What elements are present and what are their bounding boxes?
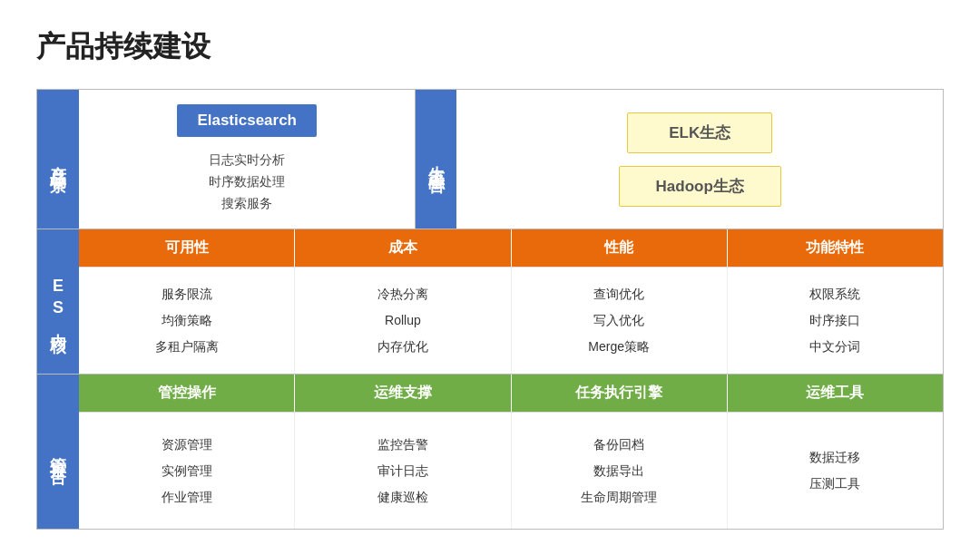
mgmt-header-ops: 管控操作 — [79, 375, 295, 412]
list-item: 时序接口 — [809, 309, 860, 332]
list-item: 写入优化 — [593, 309, 644, 332]
list-item: 均衡策略 — [162, 309, 212, 332]
row-product-scene: 产品场景 Elasticsearch 日志实时分析 时序数据处理 搜索服务 生态… — [37, 90, 943, 229]
core-content: 可用性 成本 性能 功能特性 服务限流 均衡策略 多租户隔离 冷热分离 Roll… — [79, 229, 943, 374]
product-content: Elasticsearch 日志实时分析 时序数据处理 搜索服务 生态融合 EL… — [79, 90, 943, 229]
row-es-core: ES内核 可用性 成本 性能 功能特性 服务限流 均衡策略 多租户隔离 冷热分离… — [37, 229, 943, 375]
mgmt-header-task: 任务执行引擎 — [512, 375, 728, 412]
list-item: 内存优化 — [377, 336, 428, 358]
list-item: 审计日志 — [377, 460, 428, 482]
side-label-core: ES内核 — [37, 229, 79, 374]
list-item: 作业管理 — [162, 486, 212, 509]
mgmt-content: 管控操作 运维支撑 任务执行引擎 运维工具 资源管理 实例管理 作业管理 监控告… — [79, 375, 943, 529]
list-item: 中文分词 — [809, 336, 860, 358]
list-item: 数据导出 — [593, 460, 644, 482]
core-col-2: 查询优化 写入优化 Merge策略 — [512, 268, 728, 374]
core-header-performance: 性能 — [512, 229, 728, 267]
mgmt-col-0: 资源管理 实例管理 作业管理 — [79, 413, 295, 529]
mgmt-col-2: 备份回档 数据导出 生命周期管理 — [512, 413, 728, 529]
list-item: 服务限流 — [162, 283, 212, 306]
page-title: 产品持续建设 — [36, 27, 944, 67]
core-col-3: 权限系统 时序接口 中文分词 — [728, 268, 943, 374]
list-item: 数据迁移 — [809, 446, 860, 469]
core-header: 可用性 成本 性能 功能特性 — [79, 229, 943, 268]
core-col-1: 冷热分离 Rollup 内存优化 — [295, 268, 511, 374]
core-header-availability: 可用性 — [79, 229, 295, 267]
eco-content: ELK生态 Hadoop生态 — [456, 90, 943, 229]
core-header-features: 功能特性 — [728, 229, 943, 267]
side-label-mgmt: 管控平台 — [37, 375, 79, 529]
list-item: 冷热分离 — [377, 283, 428, 306]
list-item: 多租户隔离 — [155, 336, 219, 358]
list-item: Rollup — [385, 309, 421, 332]
core-header-cost: 成本 — [295, 229, 511, 267]
list-item: 备份回档 — [593, 433, 644, 456]
list-item: 压测工具 — [809, 472, 860, 495]
list-item: 健康巡检 — [377, 486, 428, 509]
side-label-eco: 生态融合 — [415, 90, 456, 229]
elasticsearch-badge: Elasticsearch — [177, 104, 317, 137]
list-item: 查询优化 — [593, 283, 644, 306]
row-mgmt: 管控平台 管控操作 运维支撑 任务执行引擎 运维工具 资源管理 实例管理 作业管… — [37, 375, 943, 529]
list-item: 实例管理 — [162, 460, 212, 482]
product-sub-items: 日志实时分析 时序数据处理 搜索服务 — [209, 150, 285, 214]
hadoop-badge: Hadoop生态 — [619, 166, 781, 207]
core-body: 服务限流 均衡策略 多租户隔离 冷热分离 Rollup 内存优化 查询优化 写入… — [79, 268, 943, 374]
list-item: 日志实时分析 — [209, 150, 285, 171]
list-item: Merge策略 — [588, 336, 650, 358]
diagram: 产品场景 Elasticsearch 日志实时分析 时序数据处理 搜索服务 生态… — [36, 89, 944, 530]
mgmt-header-tools: 运维工具 — [728, 375, 943, 412]
list-item: 生命周期管理 — [581, 486, 657, 509]
list-item: 时序数据处理 — [209, 171, 285, 193]
mgmt-header-devops: 运维支撑 — [295, 375, 511, 412]
mgmt-col-3: 数据迁移 压测工具 — [728, 413, 943, 529]
list-item: 搜索服务 — [209, 193, 285, 215]
elk-badge: ELK生态 — [627, 112, 772, 153]
mgmt-col-1: 监控告警 审计日志 健康巡检 — [295, 413, 511, 529]
elasticsearch-col: Elasticsearch 日志实时分析 时序数据处理 搜索服务 — [79, 90, 415, 229]
list-item: 监控告警 — [377, 433, 428, 456]
mgmt-header: 管控操作 运维支撑 任务执行引擎 运维工具 — [79, 375, 943, 413]
list-item: 资源管理 — [162, 433, 212, 456]
side-label-product: 产品场景 — [37, 90, 79, 229]
mgmt-body: 资源管理 实例管理 作业管理 监控告警 审计日志 健康巡检 备份回档 数据导出 … — [79, 413, 943, 529]
core-col-0: 服务限流 均衡策略 多租户隔离 — [79, 268, 295, 374]
list-item: 权限系统 — [809, 283, 860, 306]
